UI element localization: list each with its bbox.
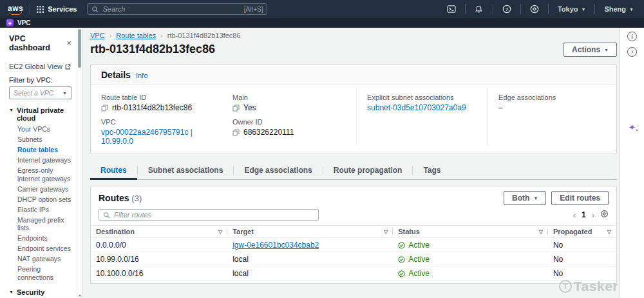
search-icon — [103, 212, 110, 219]
ec2-global-view-label: EC2 Global View — [9, 63, 62, 70]
tab-subnet-associations[interactable]: Subnet associations — [138, 163, 234, 179]
cell-target-igw-link[interactable]: igw-0e16601bc034cbab2 — [227, 238, 393, 252]
routes-panel: Routes (3) Both ▼ Edit routes — [90, 186, 617, 284]
aws-logo[interactable]: aws — [8, 4, 23, 15]
column-header-propagated[interactable]: Propagated ▽ — [548, 225, 616, 238]
details-title: Details — [101, 70, 131, 80]
divider — [493, 4, 493, 14]
actions-button[interactable]: Actions ▼ — [564, 43, 617, 57]
topbar-right-controls: ? Tokyo ▼ Sheng ▼ — [444, 4, 636, 14]
sidebar-item-nat-gateways[interactable]: NAT gateways — [17, 255, 71, 263]
routes-filter-input[interactable] — [114, 211, 314, 219]
vpc-sidebar: VPC dashboard × EC2 Global View Filter b… — [0, 28, 82, 298]
column-label: Target — [232, 228, 254, 235]
breadcrumb: VPC › Route tables › rtb-0131f4d82b13fec… — [90, 32, 617, 39]
close-icon[interactable]: × — [66, 40, 71, 46]
subnet-association-link[interactable]: subnet-03d5e10703027a0a9 — [367, 103, 477, 112]
sidebar-item-subnets[interactable]: Subnets — [17, 135, 71, 144]
status-label: Active — [408, 241, 430, 250]
tab-routes[interactable]: Routes — [90, 163, 137, 179]
sidebar-item-carrier-gateways[interactable]: Carrier gateways — [17, 185, 71, 194]
edit-routes-button[interactable]: Edit routes — [551, 191, 609, 205]
details-column-4: Edge associations – — [488, 88, 616, 146]
tab-route-propagation[interactable]: Route propagation — [323, 163, 413, 179]
scrollbar-down-arrow[interactable]: ▾ — [77, 293, 82, 297]
sidebar-item-endpoint-services[interactable]: Endpoint services — [17, 244, 71, 253]
tab-tags[interactable]: Tags — [413, 163, 451, 179]
page-number[interactable]: 1 — [582, 210, 586, 219]
sidebar-item-peering-connections[interactable]: Peering connections — [17, 265, 71, 281]
table-row: 10.99.0.0/16 local Active No — [91, 252, 616, 266]
filter-icon[interactable]: ▽ — [384, 229, 388, 235]
tasker-watermark: T Tasker — [559, 279, 618, 294]
sidebar-section-virtual-private-cloud[interactable]: ▼ Virtual private cloud — [9, 106, 71, 122]
copy-icon[interactable] — [232, 129, 240, 136]
sidebar-item-managed-prefix-lists[interactable]: Managed prefix lists — [17, 216, 71, 232]
scrollbar-thumb[interactable] — [78, 29, 81, 68]
info-panel-icon[interactable]: i — [627, 32, 637, 41]
search-input[interactable] — [102, 5, 240, 13]
breadcrumb-route-tables[interactable]: Route tables — [116, 32, 156, 39]
sidebar-scrollbar[interactable]: ▾ — [77, 28, 82, 298]
history-clock-icon[interactable] — [627, 47, 637, 57]
sidebar-item-elastic-ips[interactable]: Elastic IPs — [17, 206, 71, 214]
pagination: ‹ 1 › — [573, 210, 609, 220]
services-menu[interactable]: Services — [37, 5, 77, 13]
account-menu[interactable]: Sheng ▼ — [601, 5, 636, 13]
main-value: Yes — [243, 103, 256, 112]
divider — [594, 4, 595, 14]
vpc-service-tab[interactable]: VPC — [17, 19, 31, 26]
cell-propagated: No — [548, 252, 616, 266]
cloudshell-icon[interactable] — [444, 5, 459, 13]
global-search[interactable]: [Alt+S] — [87, 3, 267, 15]
filter-icon[interactable]: ▽ — [218, 229, 222, 235]
vpc-select-dropdown[interactable]: Select a VPC ▼ — [9, 86, 71, 99]
help-icon[interactable]: ? — [500, 5, 514, 14]
main-content: VPC › Route tables › rtb-0131f4d82b13fec… — [82, 28, 620, 298]
cell-propagated: No — [548, 238, 616, 252]
sidebar-item-your-vpcs[interactable]: Your VPCs — [17, 125, 71, 134]
copy-icon[interactable] — [101, 104, 108, 112]
details-column-3: Explicit subnet associations subnet-03d5… — [356, 88, 488, 146]
next-page-icon[interactable]: › — [592, 210, 594, 220]
sidebar-item-route-tables[interactable]: Route tables — [17, 146, 71, 154]
filter-icon[interactable]: ▽ — [539, 229, 543, 235]
copy-icon[interactable] — [232, 104, 240, 112]
previous-page-icon[interactable]: ‹ — [573, 210, 576, 220]
scope-both-dropdown[interactable]: Both ▼ — [504, 191, 546, 205]
vpc-link[interactable]: vpc-00022aa246795791c | 10.99.0.0 — [101, 128, 212, 146]
settings-gear-icon[interactable] — [527, 5, 542, 14]
caret-down-icon: ▼ — [9, 108, 14, 112]
amazon-q-sparkle-icon[interactable]: ✦✦∙ — [627, 123, 638, 132]
breadcrumb-vpc[interactable]: VPC — [90, 32, 105, 39]
tab-edge-associations[interactable]: Edge associations — [234, 163, 322, 179]
column-header-target[interactable]: Target ▽ — [227, 225, 393, 238]
field-label-main: Main — [232, 94, 346, 101]
status-badge: Active — [398, 269, 430, 278]
sidebar-item-dhcp-option-sets[interactable]: DHCP option sets — [17, 195, 71, 204]
table-settings-gear-icon[interactable] — [600, 210, 609, 220]
column-header-destination[interactable]: Destination ▽ — [91, 225, 227, 238]
vpc-service-icon: ◈ — [6, 19, 14, 26]
sidebar-item-endpoints[interactable]: Endpoints — [17, 234, 71, 243]
details-info-link[interactable]: Info — [136, 72, 147, 79]
services-label: Services — [48, 5, 77, 13]
detail-tabs: Routes Subnet associations Edge associat… — [90, 163, 617, 180]
table-row: 10.100.0.0/16 local Active No — [91, 266, 616, 281]
sidebar-section-security[interactable]: ▼ Security — [9, 288, 71, 296]
column-label: Status — [398, 228, 420, 235]
notifications-bell-icon[interactable] — [472, 5, 486, 14]
sidebar-title[interactable]: VPC dashboard — [9, 34, 66, 52]
details-panel: Details Info Route table ID rtb-0131f4d8… — [90, 65, 617, 154]
sidebar-item-ec2-global-view[interactable]: EC2 Global View — [9, 63, 71, 70]
region-selector[interactable]: Tokyo ▼ — [555, 5, 589, 13]
column-header-status[interactable]: Status ▽ — [393, 225, 548, 238]
routes-count: (3) — [131, 194, 142, 203]
filter-icon[interactable]: ▽ — [607, 229, 611, 235]
aws-vpc-console: aws Services [Alt+S] ? — [0, 0, 644, 298]
actions-label: Actions — [572, 45, 600, 54]
sidebar-item-internet-gateways[interactable]: Internet gateways — [17, 156, 71, 164]
routes-filter[interactable] — [99, 209, 319, 221]
sidebar-item-egress-only-internet-gateways[interactable]: Egress-only internet gateways — [17, 166, 71, 183]
check-circle-icon — [398, 270, 405, 277]
